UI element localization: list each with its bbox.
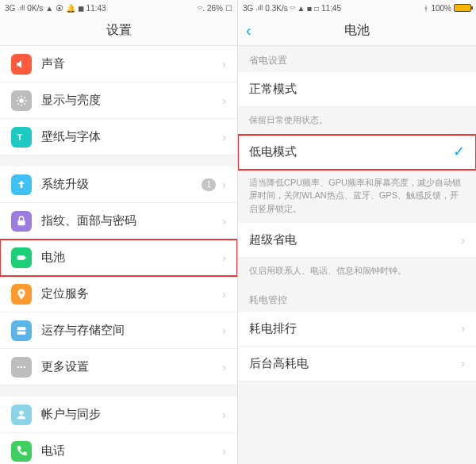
row-label: 壁纸与字体 [41,129,222,144]
chevron-icon: › [222,131,226,144]
status-bar-left: 3G .ıll 0K/s ▲ ⦿ 🔔 ◼ 11:43 ⌔. 26% ☐ [0,0,237,16]
settings-row-location[interactable]: 定位服务 › [0,276,237,313]
section-header-power: 省电设置 [238,46,476,72]
row-label: 定位服务 [41,286,222,301]
battery-label: 100% [431,4,451,13]
speed-label: 0.3K/s [265,4,287,13]
page-title: ‹ 电池 [238,16,476,46]
update-icon [11,174,32,195]
settings-screen: 3G .ıll 0K/s ▲ ⦿ 🔔 ◼ 11:43 ⌔. 26% ☐ 设置 声… [0,0,238,464]
chevron-icon: › [222,445,226,458]
settings-row-more[interactable]: 更多设置 › [0,349,237,385]
network-label: 3G [243,4,253,13]
chevron-icon: › [222,58,226,71]
row-label: 系统升级 [41,177,202,192]
row-label: 更多设置 [41,359,222,374]
chevron-icon: › [222,361,226,374]
speed-label: 0K/s [27,4,43,13]
phone-icon [11,441,32,462]
chevron-icon: › [461,357,465,370]
battery-screen: 3G .ıll 0.3K/s ⌔ ▲ ◼ ☐ 11:45 ᚼ 100% ‹ 电池… [238,0,476,464]
storage-icon [11,320,32,341]
sun-icon [11,90,32,111]
chevron-icon: › [222,178,226,191]
wifi-icon: ⌔. [198,4,205,13]
svg-rect-3 [17,255,25,259]
status-bar-right: 3G .ıll 0.3K/s ⌔ ▲ ◼ ☐ 11:45 ᚼ 100% [238,0,476,16]
settings-row-battery[interactable]: 电池 › [0,240,237,276]
time-label: 11:43 [86,4,106,13]
row-label: 指纹、面部与密码 [41,213,222,228]
mode-normal[interactable]: 正常模式 [238,72,476,107]
section-header-consumption: 耗电管控 [238,286,476,312]
account-icon [11,405,32,425]
location-icon [11,284,32,305]
row-label: 电池 [41,250,222,265]
battery-box: ☐ [225,4,232,13]
row-label: 后台高耗电 [249,356,461,371]
status-icons: ▲ ⦿ 🔔 ◼ [45,4,83,13]
section-spacer [0,385,237,397]
back-button[interactable]: ‹ [246,21,251,40]
normal-mode-desc: 保留日常使用状态。 [238,107,476,135]
lock-icon [11,211,32,232]
chevron-icon: › [222,288,226,301]
chevron-icon: › [222,324,226,337]
svg-text:T: T [17,132,23,142]
chevron-icon: › [222,408,226,421]
bt-icon: ᚼ [424,4,428,13]
settings-row-phone[interactable]: 电话 › [0,433,237,464]
battery-icon [454,4,471,12]
chevron-icon: › [222,251,226,264]
check-icon: ✓ [453,143,465,160]
signal-icon: .ıll [17,4,25,12]
settings-row-wallpaper[interactable]: T 壁纸与字体 › [0,119,237,155]
settings-row-account[interactable]: 帐户与同步 › [0,397,237,433]
row-power-rank[interactable]: 耗电排行 › [238,312,476,347]
svg-rect-2 [17,220,25,225]
settings-row-fingerprint[interactable]: 指纹、面部与密码 › [0,203,237,240]
settings-row-storage[interactable]: 运存与存储空间 › [0,313,237,349]
svg-point-10 [24,366,26,368]
svg-point-11 [19,410,23,414]
row-label: 运存与存储空间 [41,323,222,338]
page-title: 设置 [0,16,237,46]
section-spacer [0,155,237,167]
row-label: 帐户与同步 [41,407,222,422]
svg-point-5 [20,291,22,293]
status-icons: ⌔ ▲ ◼ ☐ [290,4,319,13]
row-label: 声音 [41,56,222,71]
battery-label: 26% [207,4,223,13]
svg-point-0 [19,98,23,102]
svg-rect-4 [25,256,25,259]
time-label: 11:45 [321,4,341,13]
row-label: 电话 [41,443,222,458]
mode-super-save[interactable]: 超级省电 › [238,223,476,258]
battery-icon [11,247,32,268]
font-icon: T [11,127,32,148]
sound-icon [11,54,32,75]
chevron-icon: › [461,234,465,247]
settings-row-sound[interactable]: 声音 › [0,46,237,82]
chevron-icon: › [222,215,226,228]
mode-low-power[interactable]: 低电模式 ✓ [238,135,476,170]
row-label: 低电模式 [249,144,453,159]
row-bg-power[interactable]: 后台高耗电 › [238,347,476,382]
svg-point-9 [21,366,23,368]
network-label: 3G [5,4,15,13]
row-label: 正常模式 [249,82,465,97]
settings-list: 声音 › 显示与亮度 › T 壁纸与字体 › 系统升级 1 › [0,46,237,464]
row-label: 显示与亮度 [41,93,222,108]
chevron-icon: › [461,322,465,335]
chevron-icon: › [222,94,226,107]
svg-point-8 [17,366,20,368]
update-badge: 1 [202,178,216,191]
signal-icon: .ıll [255,4,263,12]
row-label: 超级省电 [249,232,461,247]
settings-row-update[interactable]: 系统升级 1 › [0,167,237,203]
settings-row-display[interactable]: 显示与亮度 › [0,82,237,119]
svg-rect-6 [17,327,26,330]
svg-rect-7 [17,331,26,334]
row-label: 耗电排行 [249,321,461,336]
super-save-desc: 仅启用联系人、电话、信息和闹钟时钟。 [238,258,476,286]
